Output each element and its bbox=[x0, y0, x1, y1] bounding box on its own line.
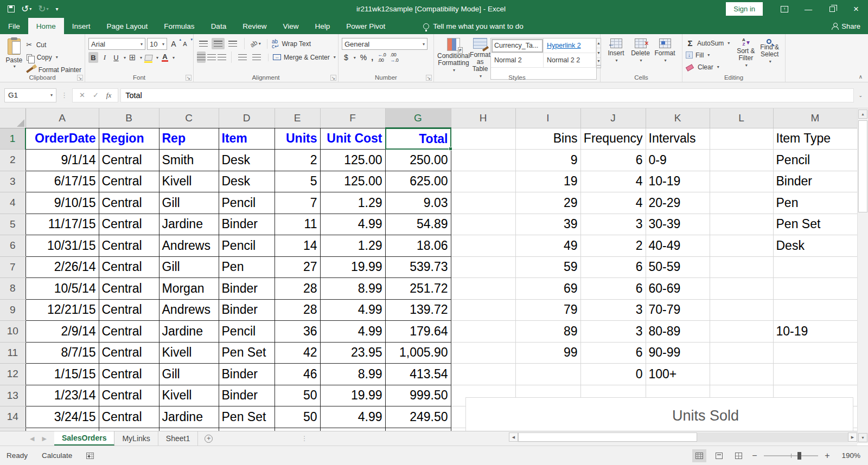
cell-L3[interactable] bbox=[710, 171, 773, 192]
name-box-dropdown-icon[interactable]: ▾ bbox=[50, 93, 53, 98]
cell-L8[interactable] bbox=[710, 278, 773, 300]
cell-L10[interactable] bbox=[710, 321, 773, 343]
cell-B14[interactable]: Central bbox=[99, 406, 159, 428]
cell-E13[interactable]: 50 bbox=[275, 385, 320, 406]
cell-A7[interactable]: 2/26/14 bbox=[25, 256, 99, 278]
cell-J8[interactable]: 6 bbox=[580, 278, 646, 300]
cell-L5[interactable] bbox=[710, 214, 773, 235]
ribbon-tab-review[interactable]: Review bbox=[234, 18, 275, 34]
cell-K4[interactable]: 20-29 bbox=[646, 192, 710, 214]
formula-input[interactable]: Total bbox=[120, 88, 854, 102]
alignment-dialog-launcher[interactable]: ↘ bbox=[330, 75, 336, 81]
font-name-dropdown-icon[interactable]: ▾ bbox=[141, 42, 143, 47]
row-header-3[interactable]: 3 bbox=[0, 171, 25, 192]
fill-color-dropdown-icon[interactable]: ▾ bbox=[156, 55, 158, 60]
merge-center-button[interactable]: ↔Merge & Center▾ bbox=[273, 54, 336, 61]
ribbon-tab-view[interactable]: View bbox=[275, 18, 307, 34]
delete-dropdown-icon[interactable]: ▾ bbox=[640, 58, 642, 63]
row-header-6[interactable]: 6 bbox=[0, 235, 25, 257]
format-as-table-button[interactable]: Format as Table▾ bbox=[470, 37, 490, 80]
increase-indent-button[interactable] bbox=[250, 51, 263, 63]
cell-A5[interactable]: 11/17/15 bbox=[25, 214, 99, 235]
cell-I8[interactable]: 69 bbox=[515, 278, 580, 300]
cell-D8[interactable]: Binder bbox=[219, 278, 275, 300]
ribbon-tab-power-pivot[interactable]: Power Pivot bbox=[338, 18, 393, 34]
number-dialog-launcher[interactable]: ↘ bbox=[426, 75, 432, 81]
ribbon-tab-home[interactable]: Home bbox=[28, 18, 64, 34]
column-header-H[interactable]: H bbox=[451, 108, 515, 128]
cell-K11[interactable]: 90-99 bbox=[646, 342, 710, 364]
cell-A2[interactable]: 9/1/14 bbox=[25, 150, 99, 171]
style-item-normal-2-2[interactable]: Normal 2 2 bbox=[544, 53, 596, 68]
cell-L4[interactable] bbox=[710, 192, 773, 214]
column-header-C[interactable]: C bbox=[159, 108, 219, 128]
delete-cells-button[interactable]: × Delete ▾ bbox=[628, 37, 653, 63]
accounting-format-button[interactable]: $ bbox=[344, 53, 348, 62]
cell-G13[interactable]: 999.50 bbox=[385, 385, 451, 406]
align-center-button[interactable] bbox=[207, 51, 216, 63]
cell-H4[interactable] bbox=[451, 192, 515, 214]
conditional-formatting-button[interactable]: Conditional Formatting▾ bbox=[437, 37, 470, 80]
font-color-dropdown-icon[interactable]: ▾ bbox=[173, 55, 175, 60]
cell-F10[interactable]: 4.99 bbox=[320, 321, 385, 343]
cell-B2[interactable]: Central bbox=[99, 150, 159, 171]
share-button[interactable]: Share bbox=[832, 18, 860, 34]
cell-A3[interactable]: 6/17/15 bbox=[25, 171, 99, 192]
cell-L11[interactable] bbox=[710, 342, 773, 364]
find-select-button[interactable]: Find & Select▾ bbox=[757, 37, 782, 72]
cell-M12[interactable] bbox=[773, 364, 857, 385]
paste-button[interactable]: Paste ▾ bbox=[3, 37, 25, 75]
cell-G10[interactable]: 179.64 bbox=[385, 321, 451, 343]
accounting-dropdown-icon[interactable]: ▾ bbox=[354, 55, 356, 60]
expand-formula-bar-icon[interactable]: ⌄ bbox=[858, 93, 863, 98]
copy-button[interactable]: Copy▾ bbox=[25, 51, 81, 63]
cell-J2[interactable]: 6 bbox=[580, 150, 646, 171]
column-header-L[interactable]: L bbox=[710, 108, 773, 128]
cell-L12[interactable] bbox=[710, 364, 773, 385]
align-right-button[interactable] bbox=[218, 51, 226, 63]
cell-E4[interactable]: 7 bbox=[275, 192, 320, 214]
cell-J1[interactable]: Frequency bbox=[580, 128, 646, 150]
number-format-dropdown-icon[interactable]: ▾ bbox=[423, 42, 425, 47]
horizontal-scrollbar-thumb[interactable] bbox=[518, 432, 697, 442]
vertical-scrollbar-thumb[interactable] bbox=[858, 120, 867, 212]
redo-button[interactable]: ↻▾ bbox=[36, 3, 50, 15]
row-header-10[interactable]: 10 bbox=[0, 321, 25, 343]
cell-F12[interactable]: 8.99 bbox=[320, 364, 385, 385]
format-dropdown-icon[interactable]: ▾ bbox=[664, 58, 666, 63]
underline-button[interactable]: U bbox=[111, 52, 121, 63]
cell-A13[interactable]: 1/23/14 bbox=[25, 385, 99, 406]
insert-function-icon[interactable]: fx bbox=[106, 91, 111, 100]
ribbon-tab-help[interactable]: Help bbox=[307, 18, 338, 34]
cell-C9[interactable]: Andrews bbox=[159, 299, 219, 321]
zoom-slider-thumb[interactable] bbox=[797, 452, 801, 460]
cell-J12[interactable]: 0 bbox=[580, 364, 646, 385]
cell-K3[interactable]: 10-19 bbox=[646, 171, 710, 192]
cell-D14[interactable]: Pen Set bbox=[219, 406, 275, 428]
cell-F4[interactable]: 1.29 bbox=[320, 192, 385, 214]
row-header-4[interactable]: 4 bbox=[0, 192, 25, 214]
cell-B10[interactable]: Central bbox=[99, 321, 159, 343]
embedded-chart[interactable]: Units Sold bbox=[465, 397, 853, 431]
cell-E11[interactable]: 42 bbox=[275, 342, 320, 364]
cell-A12[interactable]: 1/15/15 bbox=[25, 364, 99, 385]
format-cells-button[interactable]: Format ▾ bbox=[653, 37, 677, 63]
sort-filter-dropdown-icon[interactable]: ▾ bbox=[745, 62, 748, 69]
cell-D12[interactable]: Binder bbox=[219, 364, 275, 385]
font-dialog-launcher[interactable]: ↘ bbox=[186, 75, 192, 81]
horizontal-scrollbar[interactable]: ◀ ▶ bbox=[509, 432, 857, 442]
underline-dropdown-icon[interactable]: ▾ bbox=[124, 55, 126, 60]
fill-color-button[interactable] bbox=[144, 52, 154, 63]
cell-F3[interactable]: 125.00 bbox=[320, 171, 385, 192]
clear-dropdown-icon[interactable]: ▾ bbox=[717, 64, 719, 69]
cell-I9[interactable]: 79 bbox=[515, 299, 580, 321]
cell-G4[interactable]: 9.03 bbox=[385, 192, 451, 214]
save-button[interactable] bbox=[5, 5, 17, 12]
zoom-out-button[interactable]: − bbox=[751, 451, 758, 461]
fill-dropdown-icon[interactable]: ▾ bbox=[707, 53, 710, 57]
column-header-E[interactable]: E bbox=[275, 108, 320, 128]
cell-K8[interactable]: 60-69 bbox=[646, 278, 710, 300]
cell-C5[interactable]: Jardine bbox=[159, 214, 219, 235]
cell-G14[interactable]: 249.50 bbox=[385, 406, 451, 428]
cell-F13[interactable]: 19.99 bbox=[320, 385, 385, 406]
